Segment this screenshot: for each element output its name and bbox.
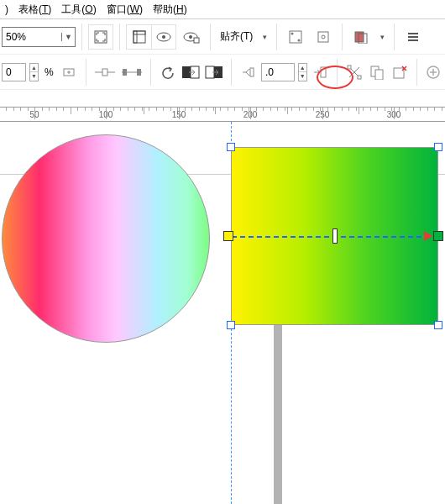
- svg-rect-30: [321, 67, 326, 77]
- svg-point-10: [291, 32, 294, 34]
- show-hide-button[interactable]: [151, 24, 176, 50]
- menu-help[interactable]: 帮助(H): [148, 1, 192, 18]
- svg-point-13: [322, 35, 325, 39]
- svg-rect-29: [250, 68, 254, 76]
- selection-handle-nw[interactable]: [227, 143, 235, 151]
- copy-fill-button[interactable]: [181, 60, 201, 85]
- gradient-start-node[interactable]: [223, 231, 233, 241]
- separator: [150, 59, 151, 86]
- separator: [337, 59, 338, 86]
- separator: [416, 59, 417, 86]
- clear-transform-button[interactable]: [390, 60, 410, 85]
- svg-rect-21: [102, 69, 107, 76]
- angle-input[interactable]: 0: [2, 63, 26, 81]
- svg-rect-12: [318, 32, 328, 42]
- toolbar-secondary: 0 ▲▼ % .0 ▲▼: [0, 55, 445, 90]
- svg-rect-23: [123, 69, 127, 76]
- fullscreen-button[interactable]: [88, 24, 113, 50]
- rulers-toggle-button[interactable]: [126, 24, 151, 50]
- menu-tables[interactable]: 表格(T): [13, 1, 56, 18]
- colorproof-dropdown-icon[interactable]: ▾: [376, 33, 388, 41]
- horizontal-ruler[interactable]: 50100150200250300: [0, 107, 445, 122]
- add-button[interactable]: [424, 60, 443, 85]
- svg-rect-1: [134, 31, 145, 43]
- gradient-arrow-icon: [424, 231, 432, 241]
- canvas[interactable]: [0, 122, 445, 504]
- snap-dropdown-icon[interactable]: ▾: [259, 33, 270, 41]
- menu-window[interactable]: 窗口(W): [102, 1, 148, 18]
- gradient-end-node[interactable]: [433, 231, 443, 241]
- node-slider-button[interactable]: [93, 60, 117, 85]
- svg-rect-2: [134, 31, 137, 43]
- snapopt1-button[interactable]: [283, 24, 308, 50]
- separator: [81, 24, 82, 50]
- edge-snap-button[interactable]: [311, 60, 330, 85]
- snapopt2-button[interactable]: [311, 24, 336, 50]
- free-transform-button[interactable]: [344, 60, 364, 85]
- separator: [210, 24, 211, 50]
- fountain-pad-spinner[interactable]: ▲▼: [298, 63, 307, 81]
- snap-label[interactable]: 贴齐(T): [217, 29, 256, 44]
- fountain-pad-icon: [238, 60, 258, 85]
- selection-handle-sw[interactable]: [227, 321, 235, 329]
- gray-shape[interactable]: [274, 324, 282, 504]
- undo-button[interactable]: [158, 60, 177, 85]
- separator: [394, 24, 395, 50]
- percent-suffix: %: [42, 66, 56, 78]
- menu-tools[interactable]: 工具(O): [56, 1, 101, 18]
- svg-rect-17: [408, 36, 418, 38]
- zoom-dropdown-icon[interactable]: ▼: [61, 33, 75, 41]
- svg-point-5: [162, 35, 165, 39]
- svg-rect-18: [408, 39, 418, 41]
- node-range-button[interactable]: [120, 60, 144, 85]
- separator: [119, 24, 120, 50]
- svg-point-7: [189, 35, 192, 39]
- preview-button[interactable]: [179, 24, 204, 50]
- zoom-combo[interactable]: 50% ▼: [2, 27, 76, 47]
- colorproof-button[interactable]: [348, 24, 374, 50]
- gradient-midpoint-handle[interactable]: [332, 228, 338, 244]
- svg-rect-8: [194, 38, 199, 43]
- ellipse-object[interactable]: [2, 134, 210, 343]
- svg-rect-31: [348, 66, 351, 69]
- separator: [86, 59, 86, 86]
- svg-point-11: [298, 39, 301, 41]
- options-button[interactable]: [400, 24, 426, 50]
- toolbar-primary: 50% ▼ 贴齐(T) ▾ ▾: [0, 19, 445, 55]
- svg-rect-34: [375, 70, 383, 80]
- swap-fill-button[interactable]: [204, 60, 224, 85]
- svg-rect-16: [408, 33, 418, 34]
- fountain-pad-input[interactable]: .0: [261, 63, 295, 81]
- angle-spinner[interactable]: ▲▼: [29, 63, 39, 81]
- separator: [342, 24, 343, 50]
- svg-rect-3: [134, 31, 145, 34]
- svg-rect-24: [137, 69, 141, 76]
- copy-properties-button[interactable]: [367, 60, 386, 85]
- separator: [276, 24, 277, 50]
- zoom-value: 50%: [3, 31, 61, 43]
- menu-bar: ) 表格(T) 工具(O) 窗口(W) 帮助(H): [0, 0, 445, 19]
- selection-handle-se[interactable]: [434, 321, 442, 329]
- selection-handle-ne[interactable]: [434, 143, 442, 151]
- menu-partial[interactable]: ): [0, 2, 13, 17]
- svg-rect-32: [358, 76, 361, 79]
- stepper-plus-button[interactable]: [60, 60, 79, 85]
- separator: [231, 59, 232, 86]
